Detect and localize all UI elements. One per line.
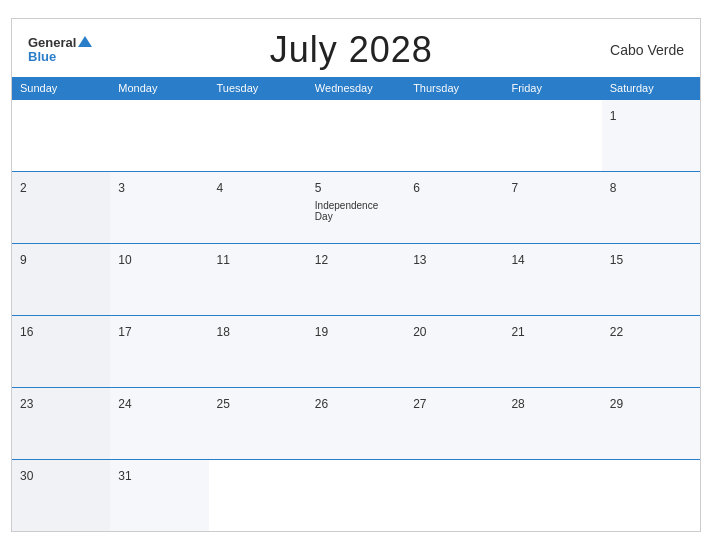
cell-date: 9 [20,253,27,267]
calendar-cell: 4 [209,171,307,243]
calendar-cell [307,459,405,531]
calendar-cell: 25 [209,387,307,459]
cell-date: 5 [315,181,322,195]
calendar-cell: 3 [110,171,208,243]
calendar-cell: 14 [503,243,601,315]
logo-general-text: General [28,36,92,50]
cell-date: 21 [511,325,524,339]
cell-date: 15 [610,253,623,267]
calendar-cell [405,99,503,171]
calendar-cell: 12 [307,243,405,315]
calendar-cell: 10 [110,243,208,315]
calendar-cell: 8 [602,171,700,243]
calendar-grid: 12345Independence Day6789101112131415161… [12,99,700,531]
calendar-header: General Blue July 2028 Cabo Verde [12,19,700,77]
calendar-cell: 26 [307,387,405,459]
cell-date: 14 [511,253,524,267]
calendar-cell: 21 [503,315,601,387]
calendar-cell [503,459,601,531]
cell-date: 28 [511,397,524,411]
cell-date: 10 [118,253,131,267]
logo-triangle-icon [78,36,92,47]
day-monday: Monday [110,77,208,99]
calendar-cell: 19 [307,315,405,387]
calendar-cell: 20 [405,315,503,387]
day-thursday: Thursday [405,77,503,99]
country-label: Cabo Verde [610,42,684,58]
cell-date: 13 [413,253,426,267]
cell-date: 20 [413,325,426,339]
calendar-title: July 2028 [270,29,433,71]
cell-date: 22 [610,325,623,339]
cell-date: 17 [118,325,131,339]
calendar: General Blue July 2028 Cabo Verde Sunday… [11,18,701,532]
calendar-cell: 15 [602,243,700,315]
calendar-cell: 31 [110,459,208,531]
day-saturday: Saturday [602,77,700,99]
calendar-cell: 11 [209,243,307,315]
calendar-cell: 22 [602,315,700,387]
calendar-cell: 18 [209,315,307,387]
calendar-cell [12,99,110,171]
calendar-cell [503,99,601,171]
calendar-cell: 29 [602,387,700,459]
cell-date: 25 [217,397,230,411]
day-sunday: Sunday [12,77,110,99]
cell-date: 19 [315,325,328,339]
calendar-cell: 28 [503,387,601,459]
cell-event: Independence Day [315,200,397,222]
days-header: Sunday Monday Tuesday Wednesday Thursday… [12,77,700,99]
cell-date: 2 [20,181,27,195]
calendar-cell: 30 [12,459,110,531]
calendar-cell: 27 [405,387,503,459]
cell-date: 26 [315,397,328,411]
cell-date: 4 [217,181,224,195]
calendar-cell: 1 [602,99,700,171]
calendar-cell: 24 [110,387,208,459]
cell-date: 3 [118,181,125,195]
cell-date: 31 [118,469,131,483]
calendar-cell [307,99,405,171]
calendar-cell [209,99,307,171]
calendar-cell: 5Independence Day [307,171,405,243]
calendar-cell: 13 [405,243,503,315]
calendar-cell [209,459,307,531]
calendar-cell: 17 [110,315,208,387]
cell-date: 27 [413,397,426,411]
cell-date: 23 [20,397,33,411]
day-tuesday: Tuesday [209,77,307,99]
calendar-cell: 7 [503,171,601,243]
cell-date: 18 [217,325,230,339]
calendar-cell: 9 [12,243,110,315]
cell-date: 1 [610,109,617,123]
calendar-cell: 6 [405,171,503,243]
cell-date: 6 [413,181,420,195]
day-wednesday: Wednesday [307,77,405,99]
calendar-cell [110,99,208,171]
cell-date: 16 [20,325,33,339]
cell-date: 8 [610,181,617,195]
logo-blue-text: Blue [28,50,92,64]
calendar-cell [405,459,503,531]
calendar-cell [602,459,700,531]
calendar-cell: 2 [12,171,110,243]
logo: General Blue [28,36,92,65]
cell-date: 7 [511,181,518,195]
calendar-cell: 23 [12,387,110,459]
cell-date: 24 [118,397,131,411]
cell-date: 11 [217,253,230,267]
cell-date: 30 [20,469,33,483]
calendar-cell: 16 [12,315,110,387]
cell-date: 12 [315,253,328,267]
day-friday: Friday [503,77,601,99]
cell-date: 29 [610,397,623,411]
